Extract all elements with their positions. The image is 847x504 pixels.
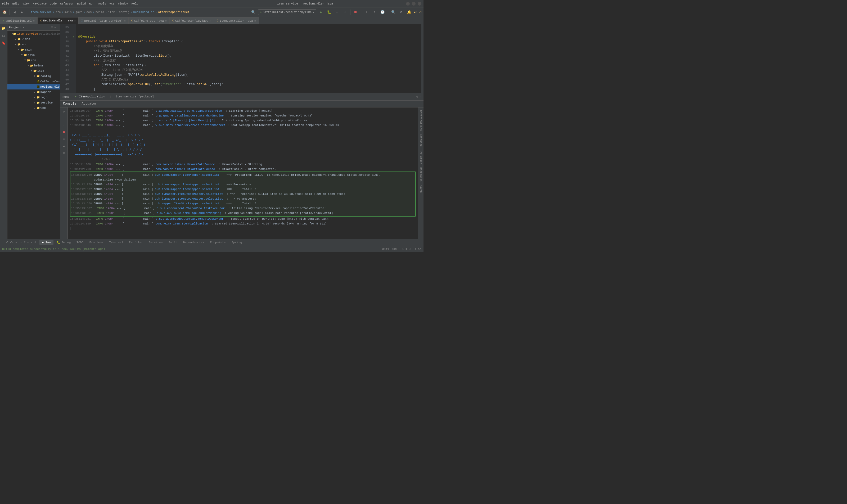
gear-icon[interactable]: ⚙ (54, 26, 56, 29)
tab-close-icon[interactable]: ✕ (254, 19, 256, 22)
btab-run[interactable]: ▶ Run (39, 240, 53, 245)
breadcrumb-method[interactable]: afterPropertiesSet (158, 11, 190, 14)
btab-todo[interactable]: TODO (74, 240, 86, 245)
breadcrumb-java[interactable]: java (75, 11, 82, 14)
menu-window[interactable]: Window (118, 2, 128, 5)
breadcrumb-main[interactable]: main (65, 11, 71, 14)
breadcrumb-item[interactable]: item (108, 11, 115, 14)
code-editor[interactable]: 35 36 37 38 39 40 41 42 43 44 45 46 47 4… (60, 24, 424, 93)
btab-services[interactable]: Services (146, 240, 165, 245)
tab-actuator[interactable]: Actuator (79, 101, 100, 107)
git-update-button[interactable]: ↓ (363, 9, 370, 15)
back-button[interactable]: ◀ (12, 9, 18, 15)
maximize-button[interactable]: □ (412, 2, 416, 5)
sidebar-structure[interactable]: Structure (419, 148, 423, 166)
close-button[interactable]: ✕ (418, 2, 421, 5)
btab-problems[interactable]: Problems (87, 240, 106, 245)
tab-close-icon[interactable]: ✕ (210, 19, 211, 22)
run-settings-icon[interactable]: ⚙ (416, 95, 418, 98)
menu-bar[interactable]: File Edit View Navigate Code Refactor Bu… (2, 2, 204, 5)
tab-close-icon[interactable]: ✕ (124, 19, 126, 22)
notifications-button[interactable]: 🔔 (406, 9, 412, 15)
sidebar-bookmarks[interactable]: Bookmarks (419, 166, 423, 183)
tab-itemcontroller[interactable]: C ItemController.java ✕ (214, 17, 258, 24)
sidebar-maven[interactable]: Maven (419, 183, 423, 194)
git-push-button[interactable]: ↑ (371, 9, 378, 15)
stop-run-button[interactable]: ⏹ (61, 129, 67, 135)
tab-caffeinetest[interactable]: C CaffeineTest.java ✕ (129, 17, 170, 24)
breadcrumb-config[interactable]: config (119, 11, 129, 14)
tree-item-idea[interactable]: ▶ 📁 .idea (7, 37, 60, 42)
sidebar-notifications[interactable]: Notifications (419, 109, 423, 132)
tree-item-java[interactable]: ▼ 📂 java (7, 52, 60, 58)
menu-help[interactable]: Help (131, 2, 139, 5)
tab-close-icon[interactable]: ✕ (165, 19, 167, 22)
tab-close-icon[interactable]: ✕ (74, 19, 76, 22)
console-output[interactable]: 16:35:10:297 INFO 14084 --- [ main ] o.a… (68, 107, 418, 239)
menu-build[interactable]: Build (77, 2, 86, 5)
btab-debug[interactable]: 🐛 Debug (54, 240, 74, 245)
fold-button[interactable]: ≡ (61, 136, 67, 142)
tab-console[interactable]: Console (60, 101, 79, 107)
debug-button[interactable]: 🐛 (326, 9, 332, 15)
menu-edit[interactable]: Edit (12, 2, 19, 5)
run-button[interactable]: ▶ (318, 9, 324, 15)
editor-scrollbar[interactable] (421, 24, 424, 93)
git-history-button[interactable]: 🕐 (379, 9, 386, 15)
btab-profiler[interactable]: Profiler (126, 240, 146, 245)
tab-close-icon[interactable]: ✕ (33, 19, 35, 22)
bookmarks-icon[interactable]: 🔖 (1, 40, 6, 46)
search-everywhere-button[interactable]: 🔍 (250, 9, 256, 15)
btab-spring[interactable]: Spring (229, 240, 245, 245)
breadcrumb-src[interactable]: src (56, 11, 61, 14)
tab-pom-xml[interactable]: X pom.xml (item-service) ✕ (78, 17, 128, 24)
tab-redishandler[interactable]: C RedisHandler.java ✕ (38, 17, 78, 24)
tree-item-config[interactable]: ▼ 📂 config (7, 74, 60, 79)
stop-button[interactable]: ⏹ (353, 9, 359, 15)
hide-panel-icon[interactable]: ─ (57, 26, 58, 29)
collapse-all-icon[interactable]: ≡ (51, 26, 53, 29)
tree-item-web[interactable]: ▶ 📁 web (7, 105, 60, 111)
menu-view[interactable]: View (22, 2, 30, 5)
profile-button[interactable]: ⚡ (342, 9, 348, 15)
tree-item-com[interactable]: ▼ 📂 com (7, 58, 60, 63)
structure-icon[interactable]: 🗂 (1, 33, 6, 39)
btab-build[interactable]: Build (166, 240, 180, 245)
btab-terminal[interactable]: Terminal (107, 240, 126, 245)
run-tab-package[interactable]: item-service [package] (113, 94, 156, 99)
minimize-button[interactable]: ─ (406, 2, 410, 5)
breadcrumb-heima[interactable]: heima (95, 11, 104, 14)
run-tab-itemapp[interactable]: ▶ ItemApplication (73, 94, 107, 99)
menu-run[interactable]: Run (89, 2, 94, 5)
soft-wrap-button[interactable]: ↵ (61, 143, 67, 149)
tree-item-heima[interactable]: ▼ 📂 heima (7, 63, 60, 68)
menu-vcs[interactable]: VCS (109, 2, 114, 5)
project-dropdown-icon[interactable]: ▾ (23, 26, 24, 29)
project-panel-icon[interactable]: 📁 (1, 25, 6, 31)
find-button[interactable]: 🔍 (390, 9, 397, 15)
tree-item-mapper[interactable]: ▶ 📁 mapper (7, 89, 60, 95)
scroll-up-button[interactable]: ↑ (61, 115, 67, 121)
tree-item-pojo[interactable]: ▶ 📁 pojo (7, 95, 60, 100)
menu-file[interactable]: File (2, 2, 9, 5)
run-minimize-icon[interactable]: ─ (419, 95, 421, 98)
coverage-button[interactable]: ☂ (334, 9, 340, 15)
rerun-button[interactable]: ↺ (61, 109, 67, 114)
tree-item-item[interactable]: ▼ 📂 item (7, 68, 60, 74)
sidebar-database[interactable]: Database (419, 132, 423, 148)
window-controls[interactable]: ─ □ ✕ (406, 2, 421, 5)
menu-refactor[interactable]: Refactor (60, 2, 74, 5)
breadcrumb-redishandler[interactable]: RedisHandler (133, 11, 154, 14)
menu-code[interactable]: Code (50, 2, 57, 5)
btab-endpoints[interactable]: Endpoints (207, 240, 228, 245)
breadcrumb-item-service[interactable]: item-service (31, 11, 52, 14)
menu-tools[interactable]: Tools (97, 2, 106, 5)
tree-item-caffeineconfig[interactable]: C CaffeineConfig (7, 79, 60, 84)
run-config-dropdown[interactable]: ☕ CaffeineTest.testEvictByTime ▾ (258, 9, 316, 15)
tree-item-service[interactable]: ▶ 📁 service (7, 100, 60, 105)
tree-item-redishandler[interactable]: C RedisHandler (7, 84, 60, 89)
tree-item-main[interactable]: ▼ 📂 main (7, 47, 60, 52)
menu-navigate[interactable]: Navigate (33, 2, 47, 5)
forward-button[interactable]: ▶ (19, 9, 25, 15)
clear-output-button[interactable]: 🗑 (61, 150, 67, 156)
